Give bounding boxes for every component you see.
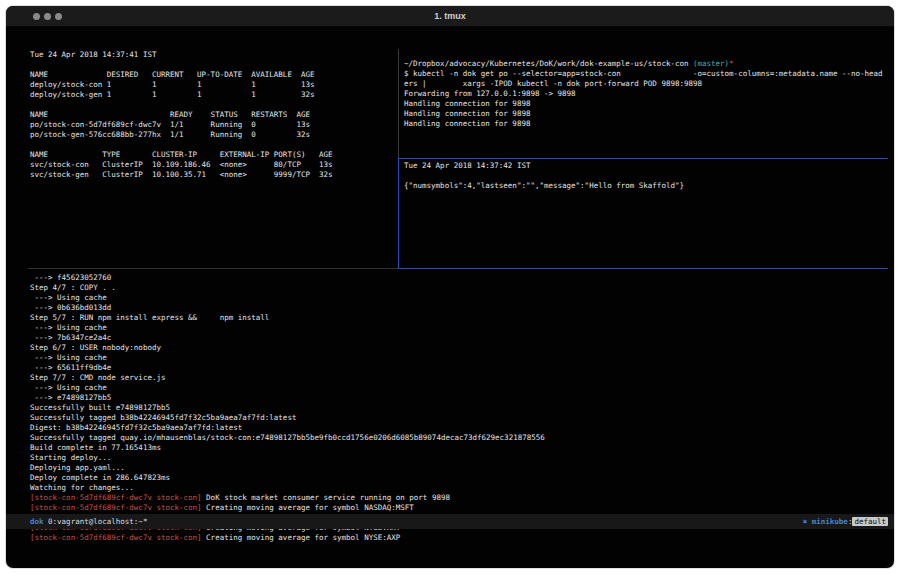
terminal-window: 1. tmux Tue 24 Apr 2018 14:37:41 IST NAM… [6,6,894,568]
status-right: ⎈ minikube:default [803,514,888,529]
cluster-name: minikube [807,517,848,526]
pane-curl-output[interactable]: Tue 24 Apr 2018 14:37:42 IST {"numsymbol… [404,161,888,267]
pane-divider-bottom-active[interactable] [398,268,888,269]
pane-skaffold-build-log[interactable]: ---> f45623052760Step 4/7 : COPY . . ---… [30,273,888,535]
window-title: 1. tmux [6,11,894,21]
pane-divider-right-split-active[interactable] [398,158,888,159]
context-badge: default [852,517,888,526]
session-name[interactable]: dok [30,517,44,526]
terminal-content: Tue 24 Apr 2018 14:37:41 IST NAME DESIRE… [6,27,894,568]
pane-kubectl-watch[interactable]: Tue 24 Apr 2018 14:37:41 IST NAME DESIRE… [30,50,396,268]
pane-port-forward[interactable]: ~/Dropbox/advocacy/Kubernetes/DoK/work/d… [404,49,888,157]
pane-divider-vertical-active[interactable] [398,158,399,269]
window-item[interactable]: 0:vagrant@localhost:~* [48,517,147,526]
tmux-status-bar: dok 0:vagrant@localhost:~* ⎈ minikube:de… [6,514,894,529]
window-titlebar: 1. tmux [6,6,894,27]
status-left: dok 0:vagrant@localhost:~* [30,514,147,529]
pane-divider-vertical-inactive[interactable] [398,49,399,158]
pane-divider-bottom-inactive[interactable] [28,268,398,269]
